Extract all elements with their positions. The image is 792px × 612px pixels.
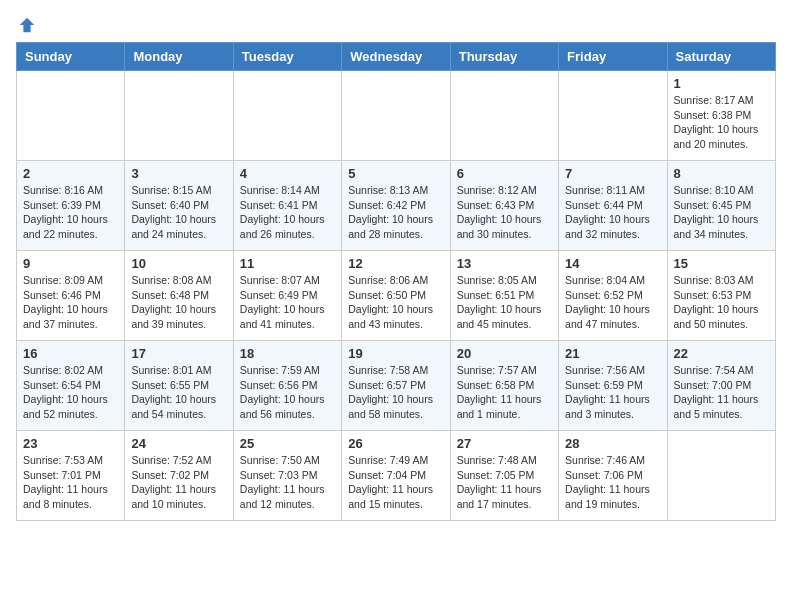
day-number: 14 (565, 256, 660, 271)
day-info: Sunrise: 8:10 AM Sunset: 6:45 PM Dayligh… (674, 183, 769, 242)
day-number: 17 (131, 346, 226, 361)
calendar-cell: 16Sunrise: 8:02 AM Sunset: 6:54 PM Dayli… (17, 341, 125, 431)
calendar-cell: 23Sunrise: 7:53 AM Sunset: 7:01 PM Dayli… (17, 431, 125, 521)
day-number: 21 (565, 346, 660, 361)
day-info: Sunrise: 8:05 AM Sunset: 6:51 PM Dayligh… (457, 273, 552, 332)
calendar-cell: 17Sunrise: 8:01 AM Sunset: 6:55 PM Dayli… (125, 341, 233, 431)
day-info: Sunrise: 8:15 AM Sunset: 6:40 PM Dayligh… (131, 183, 226, 242)
calendar-cell (125, 71, 233, 161)
day-number: 22 (674, 346, 769, 361)
calendar-cell: 25Sunrise: 7:50 AM Sunset: 7:03 PM Dayli… (233, 431, 341, 521)
column-header-tuesday: Tuesday (233, 43, 341, 71)
day-number: 20 (457, 346, 552, 361)
day-number: 15 (674, 256, 769, 271)
day-info: Sunrise: 8:09 AM Sunset: 6:46 PM Dayligh… (23, 273, 118, 332)
calendar-header-row: SundayMondayTuesdayWednesdayThursdayFrid… (17, 43, 776, 71)
day-info: Sunrise: 8:07 AM Sunset: 6:49 PM Dayligh… (240, 273, 335, 332)
day-number: 26 (348, 436, 443, 451)
day-info: Sunrise: 8:13 AM Sunset: 6:42 PM Dayligh… (348, 183, 443, 242)
day-number: 13 (457, 256, 552, 271)
day-info: Sunrise: 7:56 AM Sunset: 6:59 PM Dayligh… (565, 363, 660, 422)
day-number: 10 (131, 256, 226, 271)
calendar-cell: 27Sunrise: 7:48 AM Sunset: 7:05 PM Dayli… (450, 431, 558, 521)
day-info: Sunrise: 8:12 AM Sunset: 6:43 PM Dayligh… (457, 183, 552, 242)
column-header-wednesday: Wednesday (342, 43, 450, 71)
day-number: 23 (23, 436, 118, 451)
day-info: Sunrise: 7:57 AM Sunset: 6:58 PM Dayligh… (457, 363, 552, 422)
calendar-cell: 8Sunrise: 8:10 AM Sunset: 6:45 PM Daylig… (667, 161, 775, 251)
day-info: Sunrise: 7:50 AM Sunset: 7:03 PM Dayligh… (240, 453, 335, 512)
day-info: Sunrise: 7:53 AM Sunset: 7:01 PM Dayligh… (23, 453, 118, 512)
calendar-cell: 3Sunrise: 8:15 AM Sunset: 6:40 PM Daylig… (125, 161, 233, 251)
calendar-cell: 12Sunrise: 8:06 AM Sunset: 6:50 PM Dayli… (342, 251, 450, 341)
day-number: 7 (565, 166, 660, 181)
calendar-week-row: 23Sunrise: 7:53 AM Sunset: 7:01 PM Dayli… (17, 431, 776, 521)
day-info: Sunrise: 8:04 AM Sunset: 6:52 PM Dayligh… (565, 273, 660, 332)
calendar-table: SundayMondayTuesdayWednesdayThursdayFrid… (16, 42, 776, 521)
day-info: Sunrise: 8:16 AM Sunset: 6:39 PM Dayligh… (23, 183, 118, 242)
day-info: Sunrise: 8:11 AM Sunset: 6:44 PM Dayligh… (565, 183, 660, 242)
column-header-friday: Friday (559, 43, 667, 71)
calendar-week-row: 2Sunrise: 8:16 AM Sunset: 6:39 PM Daylig… (17, 161, 776, 251)
day-number: 3 (131, 166, 226, 181)
day-number: 2 (23, 166, 118, 181)
calendar-cell: 1Sunrise: 8:17 AM Sunset: 6:38 PM Daylig… (667, 71, 775, 161)
day-number: 19 (348, 346, 443, 361)
calendar-week-row: 9Sunrise: 8:09 AM Sunset: 6:46 PM Daylig… (17, 251, 776, 341)
day-number: 5 (348, 166, 443, 181)
day-info: Sunrise: 8:08 AM Sunset: 6:48 PM Dayligh… (131, 273, 226, 332)
calendar-cell: 14Sunrise: 8:04 AM Sunset: 6:52 PM Dayli… (559, 251, 667, 341)
day-info: Sunrise: 8:14 AM Sunset: 6:41 PM Dayligh… (240, 183, 335, 242)
column-header-monday: Monday (125, 43, 233, 71)
day-number: 6 (457, 166, 552, 181)
day-number: 1 (674, 76, 769, 91)
calendar-cell: 26Sunrise: 7:49 AM Sunset: 7:04 PM Dayli… (342, 431, 450, 521)
column-header-sunday: Sunday (17, 43, 125, 71)
calendar-cell: 4Sunrise: 8:14 AM Sunset: 6:41 PM Daylig… (233, 161, 341, 251)
calendar-week-row: 1Sunrise: 8:17 AM Sunset: 6:38 PM Daylig… (17, 71, 776, 161)
calendar-cell (559, 71, 667, 161)
day-number: 12 (348, 256, 443, 271)
day-info: Sunrise: 7:54 AM Sunset: 7:00 PM Dayligh… (674, 363, 769, 422)
calendar-cell: 15Sunrise: 8:03 AM Sunset: 6:53 PM Dayli… (667, 251, 775, 341)
day-number: 4 (240, 166, 335, 181)
calendar-cell: 18Sunrise: 7:59 AM Sunset: 6:56 PM Dayli… (233, 341, 341, 431)
calendar-cell (233, 71, 341, 161)
calendar-cell (17, 71, 125, 161)
day-info: Sunrise: 8:01 AM Sunset: 6:55 PM Dayligh… (131, 363, 226, 422)
day-info: Sunrise: 7:59 AM Sunset: 6:56 PM Dayligh… (240, 363, 335, 422)
calendar-cell (667, 431, 775, 521)
day-info: Sunrise: 7:48 AM Sunset: 7:05 PM Dayligh… (457, 453, 552, 512)
calendar-cell: 22Sunrise: 7:54 AM Sunset: 7:00 PM Dayli… (667, 341, 775, 431)
calendar-cell: 13Sunrise: 8:05 AM Sunset: 6:51 PM Dayli… (450, 251, 558, 341)
day-info: Sunrise: 8:06 AM Sunset: 6:50 PM Dayligh… (348, 273, 443, 332)
calendar-cell: 9Sunrise: 8:09 AM Sunset: 6:46 PM Daylig… (17, 251, 125, 341)
day-number: 8 (674, 166, 769, 181)
day-number: 27 (457, 436, 552, 451)
calendar-cell: 2Sunrise: 8:16 AM Sunset: 6:39 PM Daylig… (17, 161, 125, 251)
day-info: Sunrise: 7:58 AM Sunset: 6:57 PM Dayligh… (348, 363, 443, 422)
day-info: Sunrise: 7:52 AM Sunset: 7:02 PM Dayligh… (131, 453, 226, 512)
calendar-cell: 7Sunrise: 8:11 AM Sunset: 6:44 PM Daylig… (559, 161, 667, 251)
calendar-week-row: 16Sunrise: 8:02 AM Sunset: 6:54 PM Dayli… (17, 341, 776, 431)
calendar-cell: 20Sunrise: 7:57 AM Sunset: 6:58 PM Dayli… (450, 341, 558, 431)
logo-icon (18, 16, 36, 34)
logo (16, 16, 36, 34)
day-number: 9 (23, 256, 118, 271)
column-header-thursday: Thursday (450, 43, 558, 71)
calendar-cell: 11Sunrise: 8:07 AM Sunset: 6:49 PM Dayli… (233, 251, 341, 341)
calendar-cell: 6Sunrise: 8:12 AM Sunset: 6:43 PM Daylig… (450, 161, 558, 251)
svg-marker-0 (20, 18, 34, 32)
calendar-cell: 28Sunrise: 7:46 AM Sunset: 7:06 PM Dayli… (559, 431, 667, 521)
calendar-cell (450, 71, 558, 161)
calendar-cell: 5Sunrise: 8:13 AM Sunset: 6:42 PM Daylig… (342, 161, 450, 251)
day-number: 16 (23, 346, 118, 361)
calendar-cell: 19Sunrise: 7:58 AM Sunset: 6:57 PM Dayli… (342, 341, 450, 431)
day-info: Sunrise: 8:17 AM Sunset: 6:38 PM Dayligh… (674, 93, 769, 152)
day-number: 25 (240, 436, 335, 451)
calendar-cell: 24Sunrise: 7:52 AM Sunset: 7:02 PM Dayli… (125, 431, 233, 521)
day-number: 11 (240, 256, 335, 271)
calendar-cell (342, 71, 450, 161)
day-info: Sunrise: 7:46 AM Sunset: 7:06 PM Dayligh… (565, 453, 660, 512)
day-info: Sunrise: 8:03 AM Sunset: 6:53 PM Dayligh… (674, 273, 769, 332)
